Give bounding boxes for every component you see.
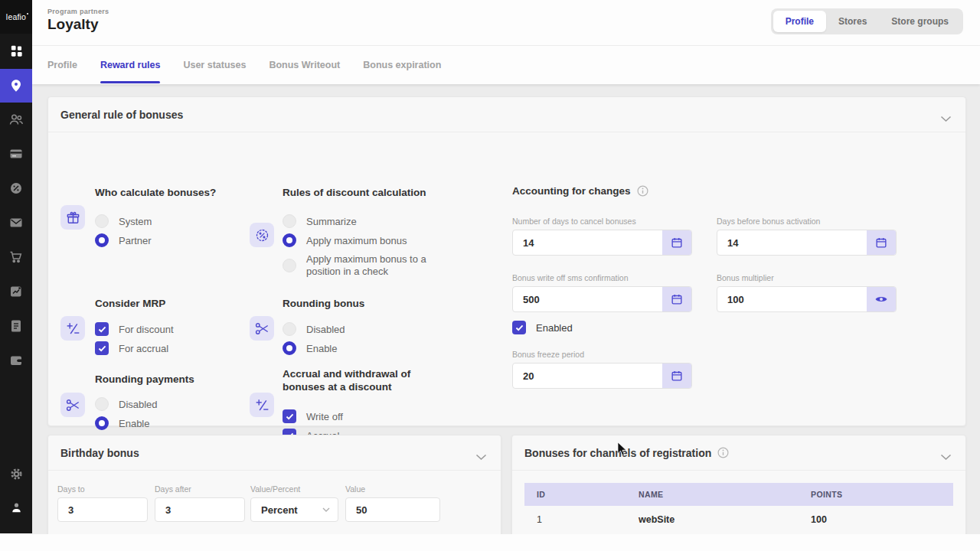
grid-icon [9,44,24,58]
sidebar-item-settings[interactable] [0,467,32,481]
radio-option-rounding-payments-disabled[interactable]: Disabled [95,397,158,411]
radio-unchecked[interactable] [95,397,109,411]
birthday-panel-title: Birthday bonus [60,447,139,459]
radio-checked[interactable] [283,341,296,355]
segment-profile[interactable]: Profile [773,11,826,32]
cart-icon [8,249,24,265]
radio-option-rounding-payments-enable[interactable]: Enable [95,416,149,430]
option-label: Partner [119,235,152,246]
birthday-bonus-panel: Birthday bonus Days to Days after Value/… [47,435,501,534]
checkbox-checked[interactable] [95,341,109,355]
field-label: Value [345,484,440,494]
consider-mrp-title: Consider MRP [95,297,165,310]
radio-checked[interactable] [283,233,296,247]
chevron-down-icon[interactable] [940,112,952,126]
info-icon[interactable] [637,185,648,197]
field-box [57,497,148,522]
checkbox-checked[interactable] [283,409,296,423]
value-percent-select[interactable]: Percent [250,497,338,522]
birthday-panel-header[interactable]: Birthday bonus [48,435,501,471]
radio-unchecked[interactable] [283,322,296,336]
bottom-strip [0,534,980,551]
radio-option-summarize[interactable]: Summarize [283,214,357,228]
eye-icon [874,294,888,305]
field-box [512,230,692,256]
percent-badge-icon [254,227,270,243]
eye-button[interactable] [867,287,896,311]
cell-id: 1 [537,514,542,525]
calendar-icon [874,236,888,249]
accounting-title: Accounting for changes [512,184,631,197]
tab-bonus-expiration[interactable]: Bonus expiration [363,46,441,84]
sidebar-item-discounts[interactable] [0,181,32,196]
document-icon [8,318,24,334]
radio-option-rounding-bonus-enable[interactable]: Enable [283,341,337,355]
checkbox-checked[interactable] [95,322,109,336]
sidebar-item-messages[interactable] [0,215,32,230]
segment-store-groups[interactable]: Store groups [879,11,961,32]
sidebar-item-orders[interactable] [0,249,32,265]
chevron-down-icon[interactable] [475,450,487,464]
general-panel-header[interactable]: General rule of bonuses [48,97,965,132]
checkbox-enabled[interactable]: Enabled [512,321,573,334]
rounding-payments-title: Rounding payments [95,373,194,386]
cell-name: webSite [639,514,675,525]
radio-option-system[interactable]: System [95,214,152,228]
radio-option-apply-maximum[interactable]: Apply maximum bonus [283,233,407,247]
info-icon[interactable] [717,447,729,458]
calendar-button[interactable] [867,230,896,255]
location-pin-icon [8,78,24,93]
calendar-button[interactable] [662,364,691,388]
option-label: Disabled [306,324,345,335]
option-label: System [119,216,152,227]
page-title: Loyalty [47,16,99,33]
plus-minus-icon [65,321,81,337]
sidebar-item-dashboard[interactable] [0,44,32,58]
chevron-down-icon[interactable] [940,450,952,464]
accrual-withdrawal-title: Accrual and withdrawal of bonuses at a d… [283,367,424,393]
sidebar-item-wallet[interactable] [0,353,32,368]
sidebar-item-loyalty-active[interactable] [0,69,32,103]
tab-reward-rules[interactable]: Reward rules [100,46,161,84]
radio-unchecked[interactable] [283,214,296,228]
table-row[interactable]: 1 webSite 100 [524,506,953,533]
calendar-icon [670,236,684,249]
tab-bonus-writeout[interactable]: Bonus Writeout [269,46,340,84]
sidebar-item-reports[interactable] [0,318,32,334]
days-to-input[interactable] [58,504,147,516]
scissors-icon [254,321,270,337]
scope-switcher: Profile Stores Store groups [771,8,963,34]
checkbox-checked[interactable] [512,321,526,334]
radio-unchecked[interactable] [95,214,109,228]
calendar-button[interactable] [662,230,691,255]
radio-option-partner[interactable]: Partner [95,233,152,247]
radio-option-rounding-bonus-disabled[interactable]: Disabled [283,322,345,336]
sidebar-item-analytics[interactable] [0,284,32,299]
checkbox-for-discount[interactable]: For discount [95,322,174,336]
chevron-down-icon [322,507,330,512]
sidebar-item-users[interactable] [0,112,32,127]
radio-checked[interactable] [95,233,109,247]
tab-user-statuses[interactable]: User statuses [183,46,246,84]
channels-panel-header[interactable]: Bonuses for channels of registration [512,435,965,471]
sidebar-item-payments[interactable] [0,146,32,161]
tab-profile[interactable]: Profile [47,46,77,84]
days-after-input[interactable] [155,504,244,516]
calendar-button[interactable] [662,287,691,311]
sidebar-item-account[interactable] [0,500,32,515]
value-input[interactable] [346,504,439,516]
field-days-after: Days after [155,484,245,522]
column-header-id: ID [537,490,545,499]
checkbox-write-off[interactable]: Write off [283,409,343,423]
radio-unchecked[interactable] [283,259,296,272]
channels-panel-title: Bonuses for channels of registration [524,447,711,459]
rounding-bonus-title: Rounding bonus [283,297,364,310]
segment-stores[interactable]: Stores [826,11,879,32]
app-root: leafio [0,0,980,551]
plus-minus-chip [250,393,274,417]
radio-checked[interactable] [95,416,109,430]
checkbox-for-accrual[interactable]: For accrual [95,341,168,355]
field-box [512,363,692,389]
radio-option-apply-maximum-position[interactable]: Apply maximum bonus to a position in a c… [283,253,448,278]
scissors-chip [250,316,274,341]
